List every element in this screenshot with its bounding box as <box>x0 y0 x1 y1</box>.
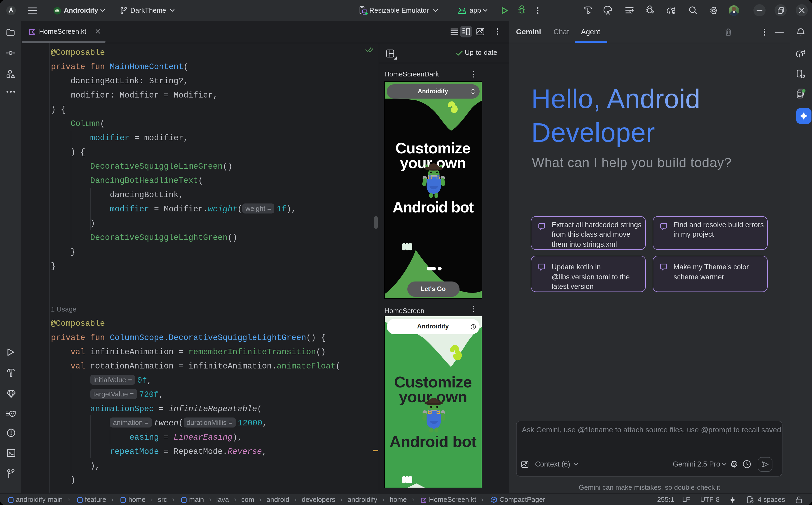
svg-text:A: A <box>606 9 610 16</box>
